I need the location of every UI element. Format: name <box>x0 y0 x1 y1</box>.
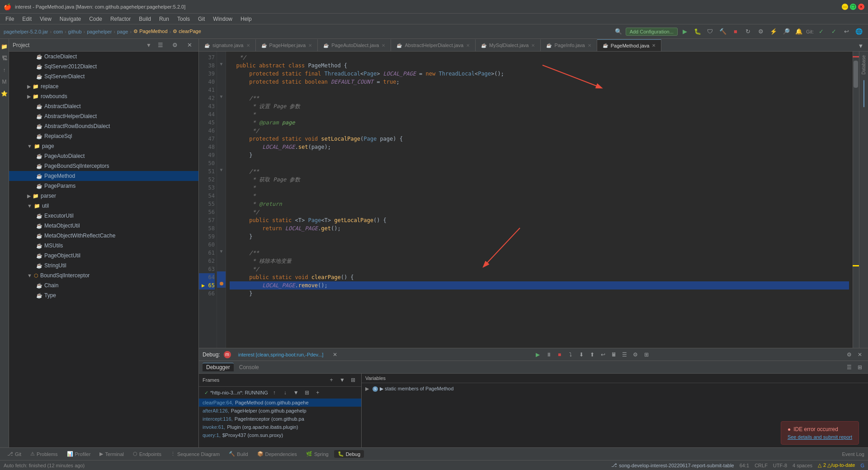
tab-pagehelper[interactable]: ☕ PageHelper.java ✕ <box>256 39 318 51</box>
database-label[interactable]: Database <box>861 55 866 75</box>
debug-resume-btn[interactable]: ▶ <box>533 350 542 359</box>
problems-count[interactable]: △ 2 △/up-to-date <box>818 462 855 468</box>
bc-clearpage[interactable]: ⚙ clearPage <box>173 28 201 34</box>
code-content[interactable]: */ public abstract class PageMethod { pr… <box>226 52 853 348</box>
tab-pageautodialect[interactable]: ☕ PageAutoDialect.java ✕ <box>318 39 391 51</box>
static-members-item[interactable]: ▶ S ▶ static members of PageMethod <box>363 385 866 393</box>
line-ending-status[interactable]: CRLF <box>755 463 768 468</box>
bc-page[interactable]: page <box>117 29 128 34</box>
menu-window[interactable]: Window <box>209 15 236 23</box>
favorites-icon[interactable]: ⭐ <box>0 90 9 98</box>
bottom-tab-build[interactable]: 🔨 Build <box>225 450 251 458</box>
bc-pagemethod[interactable]: ⚙ PageMethod <box>133 28 167 34</box>
debug-panel-settings-btn[interactable]: ⚙ <box>844 350 854 359</box>
menu-code[interactable]: Code <box>85 15 106 23</box>
console-tab[interactable]: Console <box>236 363 263 371</box>
run-with-coverage-btn[interactable]: 🛡 <box>705 26 716 37</box>
bc-com[interactable]: com <box>53 29 63 34</box>
debug-settings-btn[interactable]: ⚙ <box>631 350 640 359</box>
tree-item-abstractdialect[interactable]: ☕AbstractDialect <box>9 101 198 111</box>
debug-tab-extra[interactable]: ⊞ <box>855 363 864 372</box>
thread-step-up[interactable]: ↑ <box>270 388 279 397</box>
charset-status[interactable]: UTF-8 <box>773 463 787 468</box>
tree-item-metaobjectutil[interactable]: ☕MetaObjectUtil <box>9 221 198 231</box>
bottom-tab-endpoints[interactable]: ⬡ Endpoints <box>129 450 165 458</box>
tab-abstracthelper[interactable]: ☕ AbstractHelperDialect.java ✕ <box>391 39 476 51</box>
bottom-tab-sequence[interactable]: ⋮ Sequence Diagram <box>167 450 223 458</box>
tab-close-abstracthelper[interactable]: ✕ <box>466 43 470 48</box>
bottom-tab-problems[interactable]: ⚠ Problems <box>27 450 61 458</box>
thread-sort-btn[interactable]: ⊞ <box>302 388 311 397</box>
structure-icon[interactable]: 🏗 <box>1 54 8 62</box>
tree-item-rowbounds[interactable]: ▶📁rowbounds <box>9 91 198 101</box>
tree-item-executorutil[interactable]: ☕ExecutorUtil <box>9 211 198 221</box>
menu-git[interactable]: Git <box>194 15 208 23</box>
menu-view[interactable]: View <box>36 15 55 23</box>
event-log-label[interactable]: Event Log <box>842 451 864 457</box>
tab-signature[interactable]: ☕ signature.java ✕ <box>199 39 256 51</box>
frame-afterall[interactable]: afterAll:126, PageHelper (com.github.pag… <box>199 407 361 415</box>
menu-refactor[interactable]: Refactor <box>107 15 134 23</box>
debug-runtoreturn-btn[interactable]: ↩ <box>599 350 608 359</box>
thread-filter-btn[interactable]: ▼ <box>292 388 301 397</box>
bottom-tab-spring[interactable]: 🌿 Spring <box>302 450 332 458</box>
tree-item-replace[interactable]: ▶📁replace <box>9 81 198 91</box>
tab-close-pagemethod[interactable]: ✕ <box>652 43 656 48</box>
bottom-tab-profiler[interactable]: 📊 Profiler <box>63 450 94 458</box>
tree-item-type[interactable]: ☕Type <box>9 290 198 300</box>
frame-query[interactable]: query:1, $Proxy437 (com.sun.proxy) <box>199 431 361 439</box>
tree-item-metareflect[interactable]: ☕MetaObjectWithReflectCache <box>9 231 198 241</box>
tree-item-replacesql[interactable]: ☕ReplaceSql <box>9 131 198 141</box>
tab-close-pageautodialect[interactable]: ✕ <box>382 43 385 48</box>
run-config-button[interactable]: Add Configuration... <box>626 28 678 36</box>
bc-jar[interactable]: pagehelper-5.2.0.jar <box>4 29 48 34</box>
maximize-button[interactable]: ❐ <box>850 4 856 10</box>
tab-close-signature[interactable]: ✕ <box>246 43 250 48</box>
tree-item-boundsqlinterceptor[interactable]: ▼⬡BoundSqlInterceptor <box>9 271 198 280</box>
close-button[interactable]: ✕ <box>858 4 864 10</box>
frame-invoke[interactable]: invoke:61, Plugin (org.apache.ibatis.plu… <box>199 423 361 431</box>
error-link[interactable]: See details and submit report <box>788 434 852 440</box>
tree-item-pageparams[interactable]: ☕PageParams <box>9 181 198 191</box>
tree-item-parser[interactable]: ▶📁parser <box>9 191 198 201</box>
maven-icon[interactable]: M <box>1 78 8 86</box>
thread-running[interactable]: ✓ *http-nio-3...n*: RUNNING ↑ ↓ ▼ ⊞ + <box>199 387 361 399</box>
project-close-btn[interactable]: ✕ <box>184 40 195 51</box>
frames-filter-btn[interactable]: ▼ <box>338 375 347 385</box>
debug-stepover-btn[interactable]: ⤵ <box>566 350 575 359</box>
tab-pagemethod[interactable]: ☕ PageMethod.java ✕ <box>597 39 662 51</box>
debug-layout-btn[interactable]: ⊞ <box>642 350 651 359</box>
menu-help[interactable]: Help <box>237 15 255 23</box>
thread-step-down[interactable]: ↓ <box>281 388 290 397</box>
stop-btn[interactable]: ■ <box>730 26 741 37</box>
tabs-overflow-btn[interactable]: ▼ <box>855 40 866 51</box>
bc-github[interactable]: github <box>68 29 82 34</box>
debug-tab-settings[interactable]: ☰ <box>844 363 854 372</box>
tree-item-msutils[interactable]: ☕MSUtils <box>9 241 198 251</box>
tree-item-pageautodialect[interactable]: ☕PageAutoDialect <box>9 151 198 161</box>
debug-stop-btn[interactable]: ■ <box>555 350 564 359</box>
debug-stepout-btn[interactable]: ⬆ <box>588 350 597 359</box>
frame-clearpage[interactable]: clearPage:64, PageMethod (com.github.pag… <box>199 399 361 407</box>
git-branch-status[interactable]: ⎇ song-develop-interest-20220617-report-… <box>611 462 734 468</box>
menu-build[interactable]: Build <box>135 15 155 23</box>
bottom-tab-git[interactable]: ⎇ Git <box>4 450 25 458</box>
debug-evaluate-btn[interactable]: 🖩 <box>609 350 618 359</box>
debugger-tab[interactable]: Debugger <box>203 363 234 371</box>
debug-pause-btn[interactable]: ⏸ <box>544 350 553 359</box>
tree-item-sqlserver2012[interactable]: ☕SqlServer2012Dialect <box>9 62 198 71</box>
commit-icon[interactable]: ↑ <box>2 66 7 74</box>
bottom-tab-dependencies[interactable]: 📦 Dependencies <box>254 450 301 458</box>
database-strip[interactable]: Database <box>859 52 868 348</box>
menu-run[interactable]: Run <box>156 15 173 23</box>
bc-pagehelper[interactable]: pagehelper <box>87 29 112 34</box>
menu-file[interactable]: File <box>2 15 18 23</box>
tree-item-pagemethod[interactable]: ☕PageMethod <box>9 171 198 181</box>
project-options-btn[interactable]: ☰ <box>155 40 166 51</box>
notifications-btn[interactable]: 🔔 <box>793 26 804 37</box>
bottom-tab-terminal[interactable]: ▶ Terminal <box>96 450 127 458</box>
translate-btn[interactable]: 🌐 <box>854 26 864 37</box>
undo-btn[interactable]: ↩ <box>841 26 852 37</box>
debug-stepinto-btn[interactable]: ⬇ <box>577 350 586 359</box>
tab-close-pageinfo[interactable]: ✕ <box>588 43 591 48</box>
